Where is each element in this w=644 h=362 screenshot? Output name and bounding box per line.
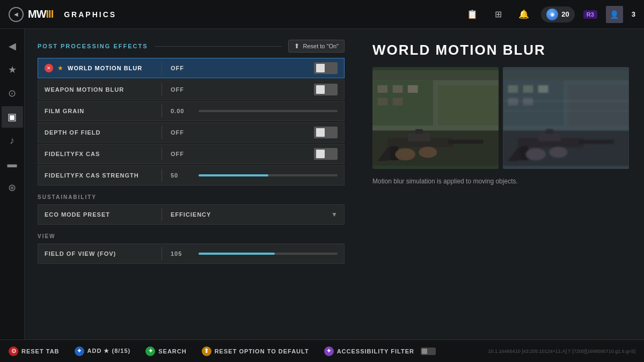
player-avatar[interactable]: 👤 — [606, 6, 623, 23]
sidebar: ◀ ★ ⊙ ▣ ♪ ▬ ⊛ — [0, 29, 25, 339]
coin-value: 20 — [561, 10, 569, 18]
post-processing-list: ✕ ★ WORLD MOTION BLUR OFF WEAPON MOTION … — [38, 58, 345, 186]
toggle-knob — [316, 64, 325, 72]
row-left-world-blur: ✕ ★ WORLD MOTION BLUR — [38, 64, 162, 72]
world-blur-toggle[interactable] — [314, 62, 338, 74]
reset-option-button-icon: ⬆ — [202, 346, 211, 356]
reset-btn-label: Reset to "On" — [303, 43, 339, 49]
bottombar: ⊙ RESET TAB ✦ ADD ★ (8/15) ✦ SEARCH ⬆ RE… — [0, 339, 644, 362]
preview-sharp — [372, 67, 499, 169]
weapon-blur-name: WEAPON MOTION BLUR — [45, 86, 124, 93]
svg-rect-11 — [448, 139, 484, 144]
weapon-blur-toggle[interactable] — [314, 84, 338, 95]
accessibility-button-icon: ✦ — [324, 346, 334, 356]
svg-rect-24 — [538, 85, 548, 93]
sidebar-item-favorites[interactable]: ★ — [2, 59, 23, 80]
sidebar-item-interface[interactable]: ▬ — [2, 153, 23, 175]
detail-panel: WORLD MOTION BLUR — [357, 29, 644, 339]
star-icon: ★ — [57, 64, 63, 72]
film-grain-value: 0.00 — [171, 108, 192, 114]
fidelityfx-cas-strength-row[interactable]: FIDELITYFX CAS STRENGTH 50 — [38, 165, 345, 186]
fov-value: 105 — [171, 250, 192, 257]
sidebar-item-controls[interactable]: ⊙ — [2, 83, 23, 104]
topbar-logo: ◀ MWIII — [9, 7, 53, 22]
cas-strength-name: FIDELITYFX CAS STRENGTH — [45, 172, 139, 179]
accessibility-label: ACCESSIBILITY FILTER — [337, 348, 414, 354]
world-motion-blur-row[interactable]: ✕ ★ WORLD MOTION BLUR OFF — [38, 58, 345, 78]
search-button-icon: ✦ — [145, 346, 155, 356]
reset-option-action[interactable]: ⬆ RESET OPTION TO DEFAULT — [202, 346, 309, 356]
notification-icon[interactable]: 🔔 — [515, 6, 532, 23]
toggle-knob4 — [316, 150, 325, 158]
logo-roman: III — [46, 8, 54, 20]
inventory-icon[interactable]: 📋 — [464, 6, 481, 23]
accessibility-action[interactable]: ✦ ACCESSIBILITY FILTER — [324, 346, 436, 356]
post-processing-title: POST PROCESSING EFFECTS — [38, 43, 148, 49]
coin-display[interactable]: ◉ 20 — [541, 6, 574, 23]
sidebar-item-audio[interactable]: ♪ — [2, 130, 23, 151]
sidebar-item-back[interactable]: ◀ — [2, 35, 23, 57]
svg-rect-23 — [523, 85, 533, 93]
world-blur-value: OFF — [171, 65, 192, 71]
film-grain-name: FILM GRAIN — [45, 108, 84, 114]
svg-rect-21 — [568, 85, 629, 125]
reset-icon: ⬆ — [294, 42, 299, 50]
coin-icon: ◉ — [546, 9, 558, 20]
reset-tab-action[interactable]: ⊙ RESET TAB — [9, 346, 60, 356]
detail-description: Motion blur simulation is applied to mov… — [372, 176, 629, 186]
search-action[interactable]: ✦ SEARCH — [145, 346, 186, 356]
cas-toggle[interactable] — [314, 148, 338, 160]
preview-blurred-scene — [503, 67, 629, 169]
fov-row[interactable]: FIELD OF VIEW (FOV) 105 — [38, 243, 345, 264]
accessibility-toggle[interactable] — [421, 348, 436, 355]
svg-rect-14 — [408, 133, 430, 141]
row-left-cas: FIDELITYFX CAS — [38, 151, 162, 157]
preview-blurred — [503, 67, 629, 169]
row-right-weapon-blur: OFF — [162, 84, 344, 95]
grid-icon[interactable]: ⊞ — [489, 6, 507, 23]
svg-rect-28 — [503, 100, 629, 102]
row-left-dof: DEPTH OF FIELD — [38, 129, 162, 136]
toggle-knob3 — [316, 128, 325, 137]
svg-point-36 — [525, 148, 546, 160]
reset-to-on-button[interactable]: ⬆ Reset to "On" — [288, 40, 345, 53]
rank-badge: R3 — [583, 10, 597, 19]
preview-sharp-scene — [372, 67, 499, 169]
section-divider — [155, 46, 282, 47]
dof-toggle[interactable] — [314, 127, 338, 138]
player-level: 3 — [632, 10, 635, 18]
sidebar-item-graphics[interactable]: ▣ — [2, 106, 23, 128]
svg-rect-8 — [393, 98, 403, 105]
dof-name: DEPTH OF FIELD — [45, 129, 100, 136]
row-right-cas: OFF — [162, 148, 344, 160]
depth-of-field-row[interactable]: DEPTH OF FIELD OFF — [38, 122, 345, 143]
debug-coords: 10.1.16466410 [43:205:10124+11:A] T [720… — [488, 349, 635, 354]
dof-value: OFF — [171, 129, 192, 136]
svg-rect-29 — [503, 110, 629, 112]
eco-mode-dropdown[interactable]: EFFICIENCY ▼ — [162, 211, 344, 218]
weapon-motion-blur-row[interactable]: WEAPON MOTION BLUR OFF — [38, 79, 345, 100]
sustainability-title: SUSTAINABILITY — [38, 194, 345, 200]
world-blur-name: WORLD MOTION BLUR — [68, 65, 142, 71]
row-right-cas-strength: 50 — [162, 172, 344, 179]
game-logo: MWIII — [28, 8, 53, 20]
svg-point-37 — [549, 147, 567, 158]
toggle-knob2 — [316, 85, 325, 94]
film-grain-row[interactable]: FILM GRAIN 0.00 — [38, 101, 345, 121]
svg-rect-3 — [438, 85, 499, 125]
fidelityfx-cas-row[interactable]: FIDELITYFX CAS OFF — [38, 144, 345, 164]
row-left-fov: FIELD OF VIEW (FOV) — [38, 250, 162, 257]
svg-rect-31 — [579, 139, 614, 144]
svg-rect-7 — [377, 98, 387, 105]
eco-mode-row[interactable]: ECO MODE PRESET EFFICIENCY ▼ — [38, 204, 345, 225]
add-favorite-action[interactable]: ✦ ADD ★ (8/15) — [75, 346, 131, 356]
fov-slider-track — [199, 253, 338, 255]
sidebar-item-accessibility[interactable]: ⊛ — [2, 177, 23, 198]
row-left-film-grain: FILM GRAIN — [38, 108, 162, 114]
svg-rect-6 — [408, 85, 418, 93]
add-favorite-label: ADD ★ (8/15) — [87, 348, 131, 354]
reset-tab-label: RESET TAB — [21, 348, 60, 354]
back-button[interactable]: ◀ — [9, 7, 24, 22]
topbar: ◀ MWIII GRAPHICS 📋 ⊞ 🔔 ◉ 20 R3 👤 3 — [0, 0, 644, 29]
fov-name: FIELD OF VIEW (FOV) — [45, 250, 116, 257]
